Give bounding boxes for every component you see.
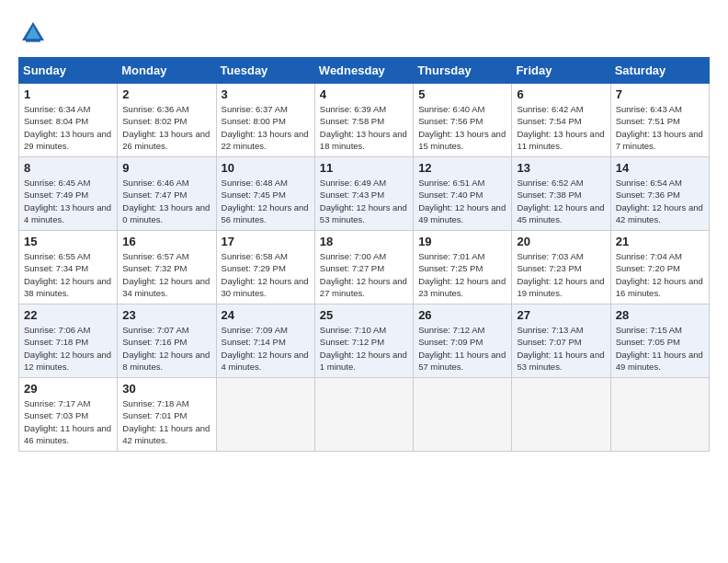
- calendar-cell: 8 Sunrise: 6:45 AM Sunset: 7:49 PM Dayli…: [19, 157, 118, 231]
- day-number: 10: [222, 161, 310, 175]
- day-number: 16: [122, 235, 210, 248]
- day-number: 30: [122, 382, 210, 396]
- header-day-wednesday: Wednesday: [314, 58, 413, 84]
- calendar-week-2: 8 Sunrise: 6:45 AM Sunset: 7:49 PM Dayli…: [19, 157, 710, 231]
- day-info: Sunrise: 7:06 AM Sunset: 7:18 PM Dayligh…: [24, 324, 112, 373]
- day-number: 20: [517, 235, 605, 248]
- calendar-cell: 22 Sunrise: 7:06 AM Sunset: 7:18 PM Dayl…: [19, 304, 118, 378]
- calendar-cell: 5 Sunrise: 6:40 AM Sunset: 7:56 PM Dayli…: [414, 84, 512, 157]
- day-number: 6: [517, 87, 605, 101]
- header-day-saturday: Saturday: [610, 58, 709, 84]
- day-number: 4: [320, 87, 408, 101]
- day-number: 27: [517, 308, 605, 322]
- logo-icon: [18, 18, 48, 48]
- day-info: Sunrise: 7:09 AM Sunset: 7:14 PM Dayligh…: [222, 324, 310, 373]
- day-number: 19: [418, 235, 506, 248]
- calendar-cell: 19 Sunrise: 7:01 AM Sunset: 7:25 PM Dayl…: [414, 231, 512, 304]
- calendar-cell: 27 Sunrise: 7:13 AM Sunset: 7:07 PM Dayl…: [512, 304, 610, 378]
- day-info: Sunrise: 6:49 AM Sunset: 7:43 PM Dayligh…: [320, 177, 408, 225]
- calendar-cell: 28 Sunrise: 7:15 AM Sunset: 7:05 PM Dayl…: [610, 304, 709, 378]
- day-info: Sunrise: 7:17 AM Sunset: 7:03 PM Dayligh…: [24, 397, 112, 446]
- calendar-cell: [610, 378, 709, 452]
- calendar-cell: 4 Sunrise: 6:39 AM Sunset: 7:58 PM Dayli…: [314, 84, 413, 157]
- header-day-monday: Monday: [118, 58, 216, 84]
- day-info: Sunrise: 6:55 AM Sunset: 7:34 PM Dayligh…: [24, 250, 112, 299]
- calendar-week-5: 29 Sunrise: 7:17 AM Sunset: 7:03 PM Dayl…: [19, 378, 710, 452]
- day-number: 15: [24, 235, 112, 248]
- day-number: 9: [122, 161, 210, 175]
- calendar-week-4: 22 Sunrise: 7:06 AM Sunset: 7:18 PM Dayl…: [19, 304, 710, 378]
- day-number: 23: [122, 308, 210, 322]
- day-info: Sunrise: 6:36 AM Sunset: 8:02 PM Dayligh…: [122, 103, 210, 152]
- day-info: Sunrise: 6:58 AM Sunset: 7:29 PM Dayligh…: [222, 250, 310, 299]
- calendar-cell: 10 Sunrise: 6:48 AM Sunset: 7:45 PM Dayl…: [216, 157, 314, 231]
- day-number: 2: [122, 87, 210, 101]
- day-number: 26: [418, 308, 506, 322]
- calendar-cell: [414, 378, 512, 452]
- day-number: 21: [616, 235, 704, 248]
- calendar-cell: 6 Sunrise: 6:42 AM Sunset: 7:54 PM Dayli…: [512, 84, 610, 157]
- day-info: Sunrise: 7:10 AM Sunset: 7:12 PM Dayligh…: [320, 324, 408, 373]
- day-info: Sunrise: 6:52 AM Sunset: 7:38 PM Dayligh…: [517, 177, 605, 225]
- day-number: 12: [418, 161, 506, 175]
- calendar-cell: 14 Sunrise: 6:54 AM Sunset: 7:36 PM Dayl…: [610, 157, 709, 231]
- day-info: Sunrise: 7:07 AM Sunset: 7:16 PM Dayligh…: [122, 324, 210, 373]
- calendar-cell: 1 Sunrise: 6:34 AM Sunset: 8:04 PM Dayli…: [19, 84, 118, 157]
- calendar-cell: [314, 378, 413, 452]
- day-number: 7: [616, 87, 704, 101]
- header-day-tuesday: Tuesday: [216, 58, 314, 84]
- day-info: Sunrise: 6:46 AM Sunset: 7:47 PM Dayligh…: [122, 177, 210, 225]
- day-info: Sunrise: 7:03 AM Sunset: 7:23 PM Dayligh…: [517, 250, 605, 299]
- svg-rect-2: [26, 39, 40, 41]
- header-row: SundayMondayTuesdayWednesdayThursdayFrid…: [19, 58, 710, 84]
- logo: [18, 18, 51, 48]
- day-info: Sunrise: 6:37 AM Sunset: 8:00 PM Dayligh…: [222, 103, 310, 152]
- day-info: Sunrise: 7:12 AM Sunset: 7:09 PM Dayligh…: [418, 324, 506, 373]
- day-info: Sunrise: 6:48 AM Sunset: 7:45 PM Dayligh…: [222, 177, 310, 225]
- calendar-cell: 20 Sunrise: 7:03 AM Sunset: 7:23 PM Dayl…: [512, 231, 610, 304]
- day-info: Sunrise: 6:42 AM Sunset: 7:54 PM Dayligh…: [517, 103, 605, 152]
- calendar-cell: 9 Sunrise: 6:46 AM Sunset: 7:47 PM Dayli…: [118, 157, 216, 231]
- calendar-cell: 18 Sunrise: 7:00 AM Sunset: 7:27 PM Dayl…: [314, 231, 413, 304]
- day-number: 25: [320, 308, 408, 322]
- day-info: Sunrise: 6:40 AM Sunset: 7:56 PM Dayligh…: [418, 103, 506, 152]
- day-info: Sunrise: 7:13 AM Sunset: 7:07 PM Dayligh…: [517, 324, 605, 373]
- day-info: Sunrise: 6:45 AM Sunset: 7:49 PM Dayligh…: [24, 177, 112, 225]
- calendar-cell: [512, 378, 610, 452]
- day-info: Sunrise: 7:15 AM Sunset: 7:05 PM Dayligh…: [616, 324, 704, 373]
- day-info: Sunrise: 6:51 AM Sunset: 7:40 PM Dayligh…: [418, 177, 506, 225]
- day-number: 18: [320, 235, 408, 248]
- day-info: Sunrise: 6:54 AM Sunset: 7:36 PM Dayligh…: [616, 177, 704, 225]
- day-number: 13: [517, 161, 605, 175]
- day-info: Sunrise: 6:34 AM Sunset: 8:04 PM Dayligh…: [24, 103, 112, 152]
- calendar-cell: 7 Sunrise: 6:43 AM Sunset: 7:51 PM Dayli…: [610, 84, 709, 157]
- calendar-cell: 24 Sunrise: 7:09 AM Sunset: 7:14 PM Dayl…: [216, 304, 314, 378]
- header-day-thursday: Thursday: [414, 58, 512, 84]
- day-info: Sunrise: 6:39 AM Sunset: 7:58 PM Dayligh…: [320, 103, 408, 152]
- day-info: Sunrise: 6:43 AM Sunset: 7:51 PM Dayligh…: [616, 103, 704, 152]
- calendar-cell: 13 Sunrise: 6:52 AM Sunset: 7:38 PM Dayl…: [512, 157, 610, 231]
- day-info: Sunrise: 7:18 AM Sunset: 7:01 PM Dayligh…: [122, 397, 210, 446]
- day-number: 22: [24, 308, 112, 322]
- day-number: 1: [24, 87, 112, 101]
- calendar-cell: 17 Sunrise: 6:58 AM Sunset: 7:29 PM Dayl…: [216, 231, 314, 304]
- day-info: Sunrise: 7:04 AM Sunset: 7:20 PM Dayligh…: [616, 250, 704, 299]
- calendar-week-1: 1 Sunrise: 6:34 AM Sunset: 8:04 PM Dayli…: [19, 84, 710, 157]
- day-number: 17: [222, 235, 310, 248]
- header-day-friday: Friday: [512, 58, 610, 84]
- day-number: 14: [616, 161, 704, 175]
- calendar-cell: 12 Sunrise: 6:51 AM Sunset: 7:40 PM Dayl…: [414, 157, 512, 231]
- calendar-cell: 16 Sunrise: 6:57 AM Sunset: 7:32 PM Dayl…: [118, 231, 216, 304]
- calendar-cell: 15 Sunrise: 6:55 AM Sunset: 7:34 PM Dayl…: [19, 231, 118, 304]
- day-info: Sunrise: 7:00 AM Sunset: 7:27 PM Dayligh…: [320, 250, 408, 299]
- calendar-cell: 25 Sunrise: 7:10 AM Sunset: 7:12 PM Dayl…: [314, 304, 413, 378]
- calendar-cell: 26 Sunrise: 7:12 AM Sunset: 7:09 PM Dayl…: [414, 304, 512, 378]
- day-number: 11: [320, 161, 408, 175]
- calendar-cell: 29 Sunrise: 7:17 AM Sunset: 7:03 PM Dayl…: [19, 378, 118, 452]
- calendar-week-3: 15 Sunrise: 6:55 AM Sunset: 7:34 PM Dayl…: [19, 231, 710, 304]
- day-number: 24: [222, 308, 310, 322]
- calendar-cell: 30 Sunrise: 7:18 AM Sunset: 7:01 PM Dayl…: [118, 378, 216, 452]
- calendar-table: SundayMondayTuesdayWednesdayThursdayFrid…: [18, 57, 710, 452]
- calendar-cell: 23 Sunrise: 7:07 AM Sunset: 7:16 PM Dayl…: [118, 304, 216, 378]
- day-info: Sunrise: 6:57 AM Sunset: 7:32 PM Dayligh…: [122, 250, 210, 299]
